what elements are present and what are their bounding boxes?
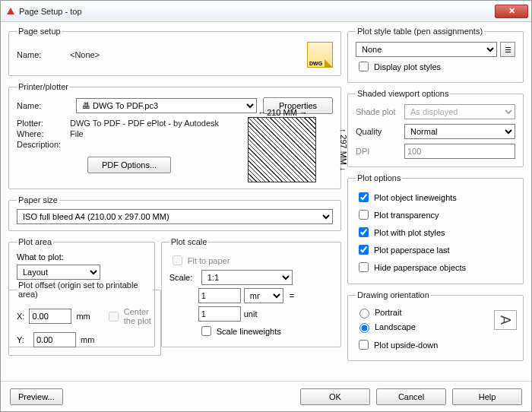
orient-landscape[interactable]: Landscape (356, 321, 489, 333)
group-plot-style-table: Plot style table (pen assignments) None … (347, 27, 524, 83)
shaded-legend: Shaded viewport options (356, 89, 450, 98)
group-plot-options: Plot options Plot object lineweights Plo… (347, 173, 524, 284)
page-setup-name: <None> (70, 50, 100, 59)
dpi-label: DPI (356, 147, 404, 156)
printer-name-label: Name: (17, 101, 70, 110)
fit-to-paper-input (173, 255, 182, 265)
what-to-plot-label: What to plot: (17, 252, 64, 261)
printer-legend: Printer/plotter (17, 82, 70, 91)
opt-paperspace-last[interactable]: Plot paperspace last (356, 242, 515, 257)
opt-hide-paperspace[interactable]: Hide paperspace objects (356, 260, 515, 274)
help-button[interactable]: Help (452, 388, 522, 405)
scale-lineweights-check[interactable]: Scale lineweights (198, 324, 333, 338)
x-label: X: (17, 312, 24, 321)
app-icon (7, 8, 14, 14)
preview-button[interactable]: Preview... (10, 388, 63, 405)
y-input[interactable] (33, 332, 76, 347)
equals-symbol: = (290, 291, 294, 300)
dialog-page-setup: Page Setup - top ✕ Page setup Name: <Non… (0, 0, 532, 412)
page-setup-legend: Page setup (17, 27, 62, 36)
quality-select[interactable]: Normal (404, 124, 515, 139)
titlebar: Page Setup - top ✕ (1, 1, 531, 22)
dpi-input (404, 144, 515, 159)
group-paper-size: Paper size ISO full bleed A4 (210.00 x 2… (8, 195, 341, 231)
x-mm: mm (76, 312, 90, 321)
y-label: Y: (17, 335, 29, 344)
orient-upside[interactable]: Plot upside-down (356, 338, 515, 352)
group-page-setup: Page setup Name: <None> DWG (8, 27, 341, 76)
fit-to-paper-check: Fit to paper (169, 253, 333, 268)
plot-scale-legend: Plot scale (169, 237, 209, 246)
orientation-icon: A (494, 310, 517, 330)
ok-button[interactable]: OK (300, 388, 370, 405)
y-mm: mm (81, 335, 94, 344)
close-button[interactable]: ✕ (495, 5, 528, 18)
plot-area-legend: Plot area (17, 237, 53, 246)
group-shaded-viewport: Shaded viewport options Shade plot As di… (347, 89, 524, 167)
opt-lineweights[interactable]: Plot object lineweights (356, 190, 515, 204)
where-value: File (70, 129, 84, 138)
shade-plot-select: As displayed (404, 104, 515, 119)
paper-preview: ← 210 MM → ↑ 297 MM ↓ (248, 117, 333, 182)
opt-plot-styles[interactable]: Plot with plot styles (356, 225, 515, 239)
display-plot-styles-input[interactable] (359, 62, 369, 71)
center-plot-input (109, 312, 119, 322)
scale-lineweights-input[interactable] (201, 326, 211, 336)
scale-num-input[interactable] (198, 288, 241, 303)
paper-size-legend: Paper size (17, 195, 59, 204)
plot-style-select[interactable]: None (356, 42, 497, 57)
shade-plot-label: Shade plot (356, 107, 404, 116)
scale-label: Scale: (169, 273, 198, 282)
quality-label: Quality (356, 127, 404, 136)
scale-den-input[interactable] (198, 306, 241, 322)
name-label: Name: (17, 50, 70, 59)
plot-style-edit-button[interactable]: ☰ (500, 42, 515, 57)
button-bar: Preview... OK Cancel Help (1, 381, 531, 411)
x-input[interactable] (29, 309, 71, 324)
scale-select[interactable]: 1:1 (201, 270, 293, 285)
pst-legend: Plot style table (pen assignments) (356, 27, 484, 36)
orient-legend: Drawing orientation (356, 290, 431, 299)
plotter-label: Plotter: (17, 119, 70, 128)
orient-portrait[interactable]: Portrait (356, 306, 489, 319)
pdf-options-button[interactable]: PDF Options... (87, 157, 171, 173)
scale-unit-select[interactable]: mm (244, 288, 283, 303)
scale-den-unit: unit (244, 309, 283, 319)
group-plot-scale: Plot scale Fit to paper Scale: 1:1 mm = (161, 237, 341, 347)
dwg-icon: DWG (307, 42, 333, 68)
group-orientation: Drawing orientation Portrait Landscape A… (347, 290, 524, 361)
plotter-value: DWG To PDF - PDF ePlot - by Autodesk (70, 119, 219, 128)
window-title: Page Setup - top (19, 7, 495, 16)
plot-options-legend: Plot options (356, 173, 402, 182)
printer-name-select[interactable]: 🖶 DWG To PDF.pc3 (76, 98, 257, 113)
opt-transparency[interactable]: Plot transparency (356, 208, 515, 222)
center-plot-check: Center the plot (106, 307, 154, 325)
paper-size-select[interactable]: ISO full bleed A4 (210.00 x 297.00 MM) (17, 209, 333, 224)
what-to-plot-select[interactable]: Layout (17, 265, 100, 280)
where-label: Where: (17, 129, 70, 138)
group-printer: Printer/plotter Name: 🖶 DWG To PDF.pc3 P… (8, 82, 341, 189)
cancel-button[interactable]: Cancel (376, 388, 446, 405)
desc-label: Description: (17, 140, 70, 149)
display-plot-styles-check[interactable]: Display plot styles (356, 59, 515, 74)
